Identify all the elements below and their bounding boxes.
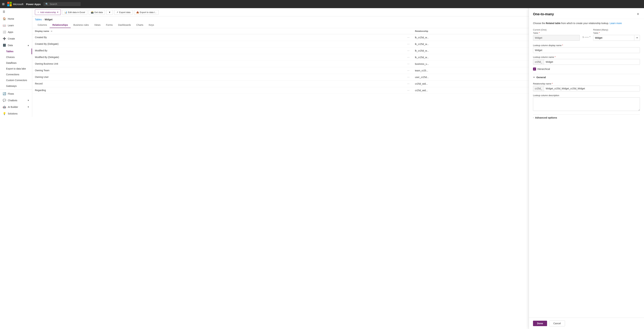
learn-more-link[interactable]: Learn more: [610, 22, 622, 25]
breadcrumb-separator: ›: [43, 18, 44, 21]
tab-forms[interactable]: Forms: [103, 22, 116, 28]
row-menu-button[interactable]: ···: [407, 56, 410, 59]
export-lake-label: Export to data lake: [6, 67, 26, 70]
edit-data-excel-button[interactable]: 📊 Edit data in Excel: [62, 10, 87, 15]
row-display-name: Created By (Delegate) ···: [32, 41, 412, 48]
breadcrumb-tables[interactable]: Tables: [35, 18, 42, 21]
sidebar-item-home[interactable]: 🏠 Home: [0, 16, 32, 22]
get-data-button[interactable]: 🗃️ Get data: [89, 10, 105, 15]
related-table-dropdown[interactable]: Widget Account Contact ▼: [593, 35, 640, 41]
export-data-label: Export data: [119, 11, 130, 14]
lookup-column-name-input[interactable]: [544, 59, 640, 65]
sidebar-toggle[interactable]: ☰: [0, 8, 32, 16]
tab-relationships[interactable]: Relationships: [50, 22, 71, 28]
row-name-text: Created By (Delegate): [35, 43, 58, 45]
dropdown-arrow-icon: ▼: [634, 35, 640, 40]
search-bar[interactable]: 🔍 Search: [44, 2, 81, 6]
cancel-button[interactable]: Cancel: [549, 320, 565, 326]
lookup-column-prefix: cr25d_: [533, 59, 544, 65]
sidebar-item-chatbots[interactable]: 💬 Chatbots ▼: [0, 97, 32, 104]
sidebar-item-create[interactable]: ➕ Create: [0, 35, 32, 42]
row-relationship-text: lk_cr25d_w...: [415, 49, 429, 52]
relationship-name-input[interactable]: [544, 86, 640, 91]
sidebar-item-solutions[interactable]: 💡 Solutions: [0, 110, 32, 117]
connector-dash: ——: [584, 36, 589, 38]
panel-header: One-to-many ✕: [529, 8, 644, 19]
advanced-chevron-icon: ›: [533, 117, 534, 119]
export-to-data-icon: 📤: [136, 11, 139, 14]
sidebar-sub-dataflows[interactable]: Dataflows: [0, 60, 32, 66]
add-relationship-button[interactable]: ＋ Add relationship ▼: [35, 10, 61, 15]
get-data-icon: 🗃️: [91, 11, 94, 14]
sidebar-item-ai-builder[interactable]: 🤖 AI Builder ▼: [0, 104, 32, 110]
panel-body: Choose the Related table from which to c…: [529, 19, 644, 318]
general-section-header[interactable]: ▼ General: [533, 74, 640, 80]
row-menu-button[interactable]: ···: [407, 62, 410, 66]
sidebar-learn-label: Learn: [8, 24, 14, 27]
relationship-name-label: Relationship name *: [533, 82, 640, 85]
row-relationship-text: cr25d_wid...: [415, 82, 428, 85]
row-menu-button[interactable]: ···: [407, 49, 410, 52]
row-menu-button[interactable]: ···: [407, 82, 410, 85]
tab-columns[interactable]: Columns: [35, 22, 50, 28]
chatbots-expand-icon: ▼: [27, 99, 29, 102]
tab-charts[interactable]: Charts: [134, 22, 146, 28]
excel-icon: 📊: [64, 11, 67, 14]
related-table-required: *: [599, 32, 600, 34]
sidebar-sub-gateways[interactable]: Gateways: [0, 83, 32, 89]
lookup-display-name-input[interactable]: [533, 47, 640, 53]
sidebar-item-data[interactable]: 🗄️ Data ▲: [0, 42, 32, 49]
add-icon: ＋: [37, 11, 39, 14]
sidebar-sub-choices[interactable]: Choices: [0, 54, 32, 60]
sidebar-sub-tables[interactable]: Tables: [0, 49, 32, 54]
row-menu-button[interactable]: ···: [407, 36, 410, 39]
related-table-select[interactable]: Widget Account Contact: [593, 35, 634, 41]
export-data-icon: ↗: [116, 11, 118, 14]
related-many-label: Related (Many): [593, 29, 640, 31]
content-area: ＋ Add relationship ▼ 📊 Edit data in Exce…: [32, 8, 644, 329]
row-menu-button[interactable]: ···: [407, 89, 410, 92]
tab-dashboards[interactable]: Dashboards: [116, 22, 134, 28]
lookup-description-textarea[interactable]: [533, 97, 640, 111]
advanced-options-section-header[interactable]: › Advanced options: [533, 114, 640, 121]
custom-connectors-label: Custom Connectors: [6, 79, 27, 82]
row-menu-button[interactable]: ···: [407, 76, 410, 79]
sidebar-sub-connections[interactable]: Connections: [0, 72, 32, 77]
app-name-label: Power Apps: [26, 3, 41, 6]
row-display-name: Owning User ···: [32, 74, 412, 81]
row-menu-button[interactable]: ···: [407, 69, 410, 72]
get-data-dropdown-button[interactable]: ▼: [106, 10, 113, 15]
sidebar-sub-custom-connectors[interactable]: Custom Connectors: [0, 77, 32, 83]
hierarchical-checkbox[interactable]: [533, 68, 536, 71]
row-display-name: Owning Team ···: [32, 67, 412, 74]
tab-views[interactable]: Views: [92, 22, 103, 28]
panel-title: One-to-many: [533, 12, 554, 16]
microsoft-logo-squares: [7, 2, 12, 6]
export-to-data-label: Export to data l...: [140, 11, 156, 14]
row-display-name: Modified By ···: [32, 48, 412, 54]
logo-sq1: [7, 2, 9, 4]
add-dropdown-icon: ▼: [57, 11, 59, 13]
current-table-field-label: Table *: [533, 32, 580, 34]
relationship-name-wrapper: cr25d_: [533, 86, 640, 91]
relationship-name-group: Relationship name * cr25d_: [533, 82, 640, 91]
row-name-text: Record: [35, 82, 42, 85]
gateways-label: Gateways: [6, 85, 16, 87]
sidebar-item-apps[interactable]: ⬜ Apps: [0, 29, 32, 35]
tab-keys[interactable]: Keys: [146, 22, 157, 28]
sidebar-sub-export-lake[interactable]: Export to data lake: [0, 66, 32, 72]
learn-icon: 📖: [3, 24, 6, 27]
sort-icon[interactable]: ↑ ▾: [50, 30, 52, 32]
sidebar-item-learn[interactable]: 📖 Learn: [0, 22, 32, 29]
tab-business-rules[interactable]: Business rules: [71, 22, 92, 28]
row-menu-button[interactable]: ···: [407, 43, 410, 46]
grid-icon[interactable]: ⊞: [2, 2, 4, 6]
sidebar-item-flows[interactable]: 🔄 Flows: [0, 90, 32, 97]
edit-data-excel-label: Edit data in Excel: [68, 11, 85, 14]
export-to-data-button[interactable]: 📤 Export to data l...: [134, 10, 159, 15]
export-data-button[interactable]: ↗ Export data: [114, 10, 133, 15]
solutions-icon: 💡: [3, 112, 6, 115]
create-icon: ➕: [3, 37, 6, 40]
done-button[interactable]: Done: [533, 321, 547, 326]
panel-close-button[interactable]: ✕: [636, 12, 640, 17]
